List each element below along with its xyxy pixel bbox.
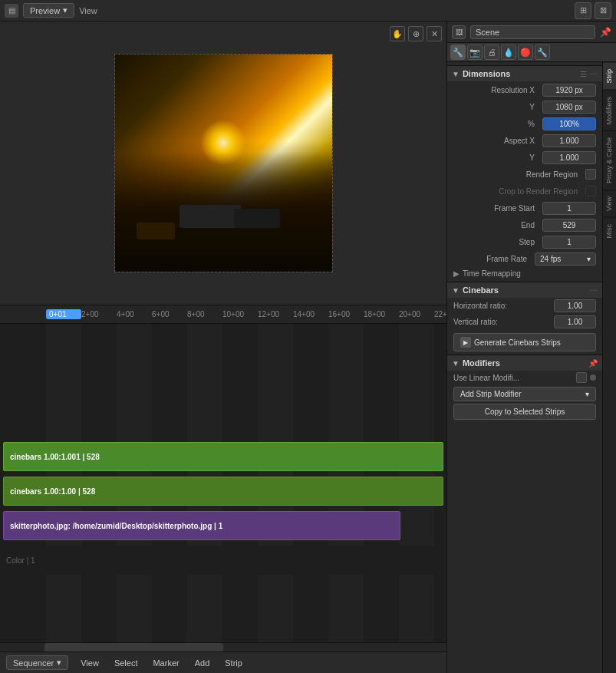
- menu-select[interactable]: Select: [111, 657, 141, 669]
- ruler-mark-12: 12+00: [258, 310, 293, 318]
- ruler-mark-22: 22+00: [434, 310, 446, 318]
- pin-icon[interactable]: 📌: [600, 27, 611, 38]
- vertical-ratio-row: Vertical ratio: 1.00: [447, 314, 602, 330]
- close-preview-icon[interactable]: ✕: [427, 26, 442, 41]
- end-row: End 529: [447, 216, 602, 233]
- use-linear-dot[interactable]: [590, 374, 596, 381]
- preview-overlay-icons: ✋ ⊕ ✕: [390, 26, 442, 41]
- sequencer-dropdown[interactable]: Sequencer ▾: [6, 655, 68, 670]
- strip-cinebars2[interactable]: cinebars 1.00:1.00 | 528: [3, 477, 443, 506]
- strip-cinebars2-label: cinebars 1.00:1.00 | 528: [7, 487, 98, 496]
- modifiers-header[interactable]: ▼ Modifiers 📌: [447, 355, 602, 371]
- step-value[interactable]: 1: [542, 236, 596, 249]
- crop-render-checkbox[interactable]: [585, 186, 596, 196]
- add-modifier-arrow: ▾: [585, 390, 589, 398]
- time-remap-row: ▶ Time Remapping: [447, 267, 602, 280]
- render-region-checkbox[interactable]: [585, 169, 596, 180]
- preview-dropdown[interactable]: Preview ▾: [23, 3, 74, 18]
- dimensions-header[interactable]: ▼ Dimensions ☰ ⋯: [447, 65, 602, 81]
- cinebars-menu[interactable]: ⋯: [590, 286, 598, 295]
- frame-start-value[interactable]: 1: [542, 202, 596, 215]
- add-strip-modifier-button[interactable]: Add Strip Modifier ▾: [453, 387, 596, 401]
- generate-label: Generate Cinebars Strips: [474, 338, 561, 347]
- cinebars-arrow: ▼: [452, 286, 460, 295]
- dimensions-section: ▼ Dimensions ☰ ⋯ Resolution X 1920 px Y …: [447, 65, 602, 280]
- modifiers-pin[interactable]: 📌: [588, 359, 598, 368]
- timeline-area: 0+01 2+00 4+00 6+00 8+00 10+00 12+00 14+…: [0, 305, 446, 652]
- strip-cinebars1-label: cinebars 1.00:1.001 | 528: [7, 453, 103, 461]
- generate-cinebars-button[interactable]: ▶ Generate Cinebars Strips: [453, 333, 596, 351]
- render-region-row: Render Region: [447, 166, 602, 183]
- use-linear-checkbox[interactable]: [576, 372, 587, 383]
- overlay-icon[interactable]: ⊠: [595, 2, 611, 19]
- ruler-mark-8: 8+00: [187, 310, 222, 318]
- strip-photo[interactable]: skitterphoto.jpg: /home/zumid/Desktop/sk…: [3, 511, 400, 540]
- aspect-x-row: Aspect X 1.000: [447, 132, 602, 149]
- grid-icon[interactable]: ⊞: [575, 2, 591, 19]
- view-label[interactable]: View: [79, 6, 97, 15]
- frame-rate-row: Frame Rate 24 fps ▾: [447, 250, 602, 267]
- add-modifier-label: Add Strip Modifier: [460, 390, 521, 398]
- camera-icon[interactable]: 📷: [467, 45, 483, 60]
- view-layer-icon[interactable]: 🔴: [518, 45, 533, 60]
- time-ruler: 0+01 2+00 4+00 6+00 8+00 10+00 12+00 14+…: [0, 305, 446, 324]
- vtab-modifiers[interactable]: Modifiers: [603, 90, 616, 131]
- menu-marker[interactable]: Marker: [150, 657, 182, 669]
- step-row: Step 1: [447, 233, 602, 250]
- end-value[interactable]: 529: [542, 219, 596, 232]
- frame-rate-dropdown[interactable]: 24 fps ▾: [535, 252, 596, 266]
- aspect-x-value[interactable]: 1.000: [542, 134, 596, 147]
- hand-tool-icon[interactable]: ✋: [390, 26, 405, 41]
- dimensions-menu[interactable]: ☰: [580, 70, 587, 78]
- strip-color-label: Color | 1: [6, 556, 35, 565]
- right-panel: 🖼 Scene 📌 🔧 📷 🖨 💧 🔴 🔧 ▼ Dime: [447, 21, 616, 673]
- vtab-misc[interactable]: Misc: [603, 217, 616, 245]
- vertical-ratio-value[interactable]: 1.00: [554, 315, 596, 328]
- copy-to-selected-strips-button[interactable]: Copy to Selected Strips: [453, 404, 596, 420]
- menu-view[interactable]: View: [77, 657, 102, 669]
- vertical-tabs: Strip Modifiers Proxy & Cache View Misc: [602, 62, 616, 673]
- horizontal-ratio-value[interactable]: 1.00: [554, 299, 596, 312]
- menu-add[interactable]: Add: [192, 657, 213, 669]
- cinebars-header[interactable]: ▼ Cinebars ⋯: [447, 282, 602, 298]
- ruler-mark-16: 16+00: [328, 310, 364, 318]
- preview-area: ✋ ⊕ ✕: [0, 21, 446, 305]
- menu-strip[interactable]: Strip: [222, 657, 245, 669]
- scene-dropdown[interactable]: Scene: [470, 25, 595, 39]
- resolution-y-value[interactable]: 1080 px: [542, 101, 596, 114]
- aspect-y-value[interactable]: 1.000: [542, 151, 596, 164]
- dimensions-arrow: ▼: [452, 70, 460, 78]
- dimensions-dots: ⋯: [590, 70, 598, 78]
- crop-render-label: Crop to Render Region: [453, 187, 582, 196]
- strip-cinebars1[interactable]: cinebars 1.00:1.001 | 528: [3, 442, 443, 471]
- render-tab-icon[interactable]: 🔧: [450, 45, 466, 60]
- strip-photo-label: skitterphoto.jpg: /home/zumid/Desktop/sk…: [7, 522, 226, 530]
- frame-start-row: Frame Start 1: [447, 200, 602, 216]
- ruler-mark-14: 14+00: [293, 310, 328, 318]
- percent-value[interactable]: 100%: [542, 117, 596, 130]
- zoom-icon[interactable]: ⊕: [408, 26, 423, 41]
- scene-tools-icon[interactable]: 🔧: [535, 45, 550, 60]
- aspect-x-label: Aspect X: [453, 137, 539, 145]
- resolution-y-label: Y: [453, 103, 539, 111]
- output-icon[interactable]: 🖨: [484, 45, 499, 60]
- left-panel: ✋ ⊕ ✕ 0+01 2+00 4+00 6+00 8+00 10+00 12+…: [0, 21, 447, 673]
- use-linear-row: Use Linear Modifi...: [447, 371, 602, 384]
- timeline-scrollbar[interactable]: [0, 642, 446, 652]
- cinebars-section: ▼ Cinebars ⋯ Horizontal ratio: 1.00 Vert…: [447, 282, 602, 351]
- right-panel-topbar: 🖼 Scene 📌: [447, 21, 616, 43]
- strips-area: cinebars 1.00:1.001 | 528 cinebars 1.00:…: [0, 324, 446, 642]
- vtab-strip[interactable]: Strip: [603, 62, 616, 90]
- topbar-right-icons: ⊞ ⊠: [575, 2, 611, 19]
- ruler-mark-active: 0+01: [46, 309, 81, 319]
- compositing-icon[interactable]: 💧: [501, 45, 516, 60]
- time-remap-label: Time Remapping: [463, 269, 521, 278]
- vtab-view[interactable]: View: [603, 190, 616, 217]
- modifiers-title: Modifiers: [463, 358, 585, 368]
- vtab-proxy-cache[interactable]: Proxy & Cache: [603, 130, 616, 190]
- resolution-x-value[interactable]: 1920 px: [542, 84, 596, 97]
- ruler-mark-18: 18+00: [364, 310, 399, 318]
- render-icon[interactable]: 🖼: [452, 25, 466, 39]
- resolution-y-row: Y 1080 px: [447, 98, 602, 115]
- resolution-x-label: Resolution X: [453, 86, 539, 94]
